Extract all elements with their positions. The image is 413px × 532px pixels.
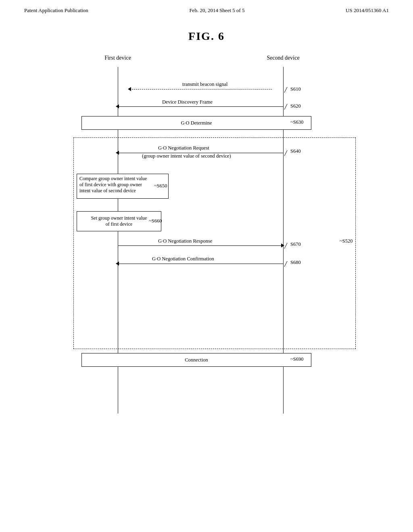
s610-arrowhead — [128, 87, 131, 91]
s670-label: G·O Negotiation Response — [158, 238, 212, 244]
s670-tick: ╱ — [284, 243, 287, 249]
s610-label: transmit beacon signal — [182, 81, 227, 87]
s620-tick: ╱ — [284, 104, 287, 110]
header-right: US 2014/051360 A1 — [346, 7, 389, 14]
header-center: Feb. 20, 2014 Sheet 5 of 5 — [189, 7, 244, 14]
page-header: Patent Application Publication Feb. 20, … — [0, 0, 413, 14]
s640-sublabel: (group owner intent value of second devi… — [142, 153, 231, 159]
s680-line — [118, 264, 283, 264]
header-left: Patent Application Publication — [24, 7, 88, 14]
compare-label: Compare group owner intent valueof first… — [79, 176, 147, 193]
first-device-label: First device — [104, 55, 131, 61]
connection-box: Connection — [81, 353, 311, 367]
s620-line — [118, 106, 283, 107]
go-determine-box: G·O Determine — [81, 116, 311, 130]
s690-step: ~S690 — [290, 356, 303, 362]
s680-tick: ╱ — [284, 261, 287, 267]
s520-outer-box — [73, 137, 356, 349]
s610-step: S610 — [290, 86, 301, 92]
second-device-label: Second device — [267, 55, 299, 61]
s680-arrowhead — [116, 262, 119, 266]
s640-arrowhead — [116, 151, 119, 155]
s630-step: ~S630 — [290, 119, 303, 125]
s620-arrowhead — [116, 104, 119, 108]
s520-step: ~S520 — [340, 238, 353, 244]
diagram-container: First device Second device transmit beac… — [49, 55, 364, 418]
s670-line — [118, 245, 283, 246]
s610-tick: ╱ — [284, 87, 287, 93]
s620-label: Device Discovery Frame — [162, 99, 213, 105]
set-label: Set group owner intent valueof first dev… — [91, 215, 147, 227]
s680-label: G·O Negotiation Confirmation — [152, 256, 214, 262]
s640-label: G·O Negotiation Request — [158, 145, 209, 151]
s640-tick: ╱ — [284, 150, 287, 156]
s610-line — [130, 89, 272, 89]
s670-arrowhead — [281, 243, 284, 247]
s680-step: S680 — [290, 260, 301, 266]
s670-step: S670 — [290, 241, 301, 247]
s640-step: S640 — [290, 148, 301, 154]
s660-step: ~S660 — [149, 218, 162, 224]
s650-step: ~S650 — [154, 183, 167, 189]
figure-title: FIG. 6 — [0, 30, 413, 43]
s620-step: S620 — [290, 103, 301, 109]
